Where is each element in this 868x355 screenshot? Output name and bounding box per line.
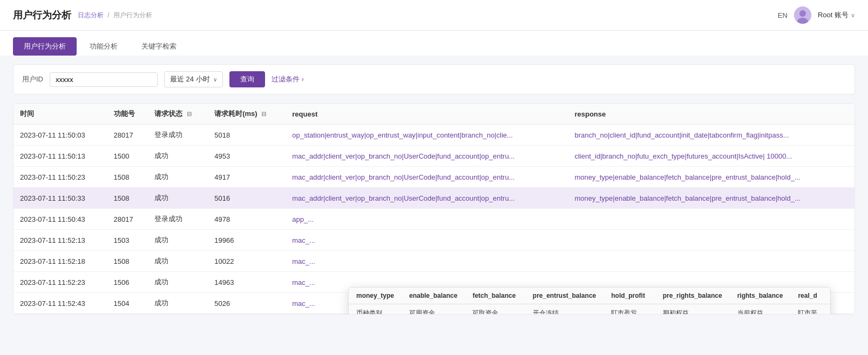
cell-request-link[interactable]: mac_addr|client_ver|op_branch_no|UserCod…: [292, 194, 540, 202]
cell-request[interactable]: mac_addr|client_ver|op_branch_no|UserCod…: [286, 188, 568, 209]
cell-response-link[interactable]: branch_no|client_id|fund_account|init_da…: [574, 131, 823, 139]
filter-icon-req-time[interactable]: ⊟: [261, 111, 266, 117]
col-header-func-no: 功能号: [107, 104, 148, 125]
user-name[interactable]: Root 账号 ∨: [818, 10, 855, 20]
page-title: 用户行为分析: [13, 9, 71, 22]
svg-point-1: [799, 10, 806, 17]
tab-keyword-search[interactable]: 关键字检索: [131, 37, 187, 56]
cell-req-time: 5016: [208, 188, 286, 209]
cell-time: 2023-07-11 11:52:43: [13, 293, 107, 314]
col-header-request: request: [286, 104, 568, 125]
cell-response[interactable]: money_type|enable_balance|fetch_balance|…: [568, 188, 855, 209]
header: 用户行为分析 日志分析 / 用户行为分析 EN Root 账号 ∨: [0, 0, 868, 31]
filter-icon-req-status[interactable]: ⊟: [187, 111, 192, 117]
table-row[interactable]: 2023-07-11 11:50:331508成功5016mac_addr|cl…: [13, 188, 855, 209]
cell-req-time: 14963: [208, 272, 286, 293]
popup-table: money_type enable_balance fetch_balance …: [349, 288, 830, 315]
cell-func-no: 28017: [107, 209, 148, 230]
breadcrumb-separator: /: [107, 11, 109, 19]
cell-response-link[interactable]: client_id|branch_no|futu_exch_type|futur…: [574, 152, 823, 160]
col-header-time: 时间: [13, 104, 107, 125]
cell-request-link[interactable]: mac_...: [292, 278, 540, 286]
cell-response[interactable]: [568, 209, 855, 230]
cell-response-link[interactable]: money_type|enable_balance|fetch_balance|…: [574, 173, 823, 181]
user-id-label: 用户ID: [22, 74, 43, 84]
breadcrumb: 日志分析 / 用户行为分析: [78, 11, 152, 20]
cell-request-link[interactable]: mac_...: [292, 236, 540, 244]
col-header-response: response: [568, 104, 855, 125]
time-range-select[interactable]: 最近 24 小时 ∨: [164, 71, 223, 87]
popup-col-real-d: real_d: [790, 288, 830, 304]
table-row[interactable]: 2023-07-11 11:50:0328017登录成功5018op_stati…: [13, 125, 855, 146]
content-area: 用户ID 最近 24 小时 ∨ 查询 过滤条件 › 时间 功能号 请求状态 ⊟: [0, 56, 868, 323]
table-row[interactable]: 2023-07-11 11:52:181508成功10022mac_...: [13, 251, 855, 272]
popup-col-fetch-balance: fetch_balance: [465, 288, 525, 304]
cell-time: 2023-07-11 11:52:23: [13, 272, 107, 293]
cell-req-status: 成功: [148, 167, 208, 188]
query-button[interactable]: 查询: [229, 71, 265, 87]
cell-request[interactable]: app_...: [286, 209, 568, 230]
data-table-container: 时间 功能号 请求状态 ⊟ 请求耗时(ms) ⊟ request respons…: [13, 103, 855, 315]
cell-request-link[interactable]: op_station|entrust_way|op_entrust_way|in…: [292, 131, 540, 139]
chevron-down-icon: ∨: [851, 12, 855, 19]
cell-request-link[interactable]: app_...: [292, 215, 540, 223]
cell-req-time: 4917: [208, 167, 286, 188]
cell-response[interactable]: [568, 230, 855, 251]
table-row[interactable]: 2023-07-11 11:50:231508成功4917mac_addr|cl…: [13, 167, 855, 188]
cell-req-time: 10022: [208, 251, 286, 272]
cell-time: 2023-07-11 11:50:13: [13, 146, 107, 167]
avatar: [794, 6, 811, 24]
cell-req-time: 4978: [208, 209, 286, 230]
cell-req-status: 登录成功: [148, 209, 208, 230]
breadcrumb-current: 用户行为分析: [113, 11, 152, 19]
popup-cn-pre-rights-balance: 期初权益: [655, 304, 730, 315]
cell-request[interactable]: mac_...: [286, 230, 568, 251]
popup-cn-money-type: 币种类别: [349, 304, 402, 315]
popup-cn-rights-balance: 当前权益: [730, 304, 791, 315]
cell-time: 2023-07-11 11:52:18: [13, 251, 107, 272]
tab-function-analysis[interactable]: 功能分析: [79, 37, 128, 56]
cell-request[interactable]: op_station|entrust_way|op_entrust_way|in…: [286, 125, 568, 146]
popup-header-row-cn: 币种类别 可用资金 可取资金 开仓冻结 盯市盈亏 期初权益 当前权益 盯市平..…: [349, 304, 830, 315]
cell-req-time: 5018: [208, 125, 286, 146]
tabs-bar: 用户行为分析 功能分析 关键字检索: [0, 31, 868, 56]
chevron-down-icon: ∨: [213, 77, 217, 83]
cell-request-link[interactable]: mac_addr|client_ver|op_branch_no|UserCod…: [292, 152, 540, 160]
cell-time: 2023-07-11 11:50:03: [13, 125, 107, 146]
cell-func-no: 1508: [107, 251, 148, 272]
cell-response[interactable]: money_type|enable_balance|fetch_balance|…: [568, 167, 855, 188]
popup-col-pre-rights-balance: pre_rights_balance: [655, 288, 730, 304]
cell-time: 2023-07-11 11:52:13: [13, 230, 107, 251]
cell-func-no: 1504: [107, 293, 148, 314]
table-row[interactable]: 2023-07-11 11:50:4328017登录成功4978app_...: [13, 209, 855, 230]
language-button[interactable]: EN: [778, 11, 788, 19]
filter-conditions-button[interactable]: 过滤条件 ›: [272, 74, 304, 84]
tab-user-behavior[interactable]: 用户行为分析: [13, 37, 77, 56]
chevron-right-icon: ›: [302, 76, 304, 83]
response-detail-popup: money_type enable_balance fetch_balance …: [348, 287, 831, 315]
cell-request-link[interactable]: mac_...: [292, 257, 540, 265]
cell-func-no: 1503: [107, 230, 148, 251]
user-id-input[interactable]: [50, 72, 158, 87]
popup-cn-enable-balance: 可用资金: [402, 304, 465, 315]
cell-request[interactable]: mac_addr|client_ver|op_branch_no|UserCod…: [286, 167, 568, 188]
cell-req-status: 成功: [148, 251, 208, 272]
cell-func-no: 1508: [107, 188, 148, 209]
cell-response-link[interactable]: money_type|enable_balance|fetch_balance|…: [574, 194, 823, 202]
cell-request-link[interactable]: mac_addr|client_ver|op_branch_no|UserCod…: [292, 173, 540, 181]
breadcrumb-parent[interactable]: 日志分析: [78, 11, 104, 19]
cell-req-status: 成功: [148, 188, 208, 209]
popup-cn-pre-entrust-balance: 开仓冻结: [525, 304, 603, 315]
cell-request[interactable]: mac_...: [286, 251, 568, 272]
cell-response[interactable]: [568, 251, 855, 272]
popup-col-enable-balance: enable_balance: [402, 288, 465, 304]
cell-func-no: 28017: [107, 125, 148, 146]
table-row[interactable]: 2023-07-11 11:52:131503成功19966mac_...: [13, 230, 855, 251]
table-row[interactable]: 2023-07-11 11:50:131500成功4953mac_addr|cl…: [13, 146, 855, 167]
cell-req-status: 登录成功: [148, 125, 208, 146]
cell-request[interactable]: mac_addr|client_ver|op_branch_no|UserCod…: [286, 146, 568, 167]
cell-response[interactable]: client_id|branch_no|futu_exch_type|futur…: [568, 146, 855, 167]
cell-response[interactable]: branch_no|client_id|fund_account|init_da…: [568, 125, 855, 146]
col-header-req-status: 请求状态 ⊟: [148, 104, 208, 125]
popup-col-pre-entrust-balance: pre_entrust_balance: [525, 288, 603, 304]
